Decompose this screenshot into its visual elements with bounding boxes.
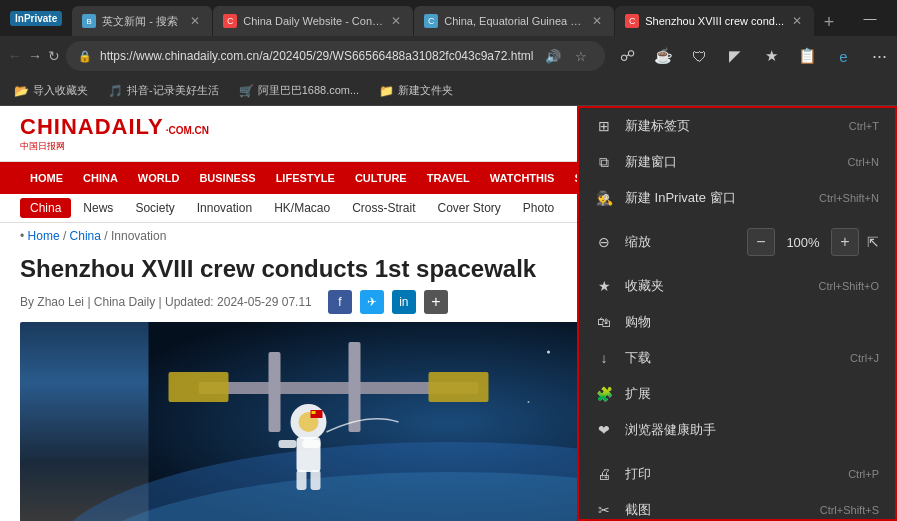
sub-nav-innovation[interactable]: Innovation [187, 198, 262, 218]
menu-new-tab[interactable]: ⊞ 新建标签页 Ctrl+T [579, 108, 895, 144]
nav-lifestyle[interactable]: LIFESTYLE [266, 162, 345, 194]
linkedin-share-button[interactable]: in [392, 290, 416, 314]
add-to-collections-button[interactable]: ☕ [647, 40, 679, 72]
new-tab-icon: ⊞ [595, 117, 613, 135]
menu-inprivate-label: 新建 InPrivate 窗口 [625, 189, 807, 207]
tab-title-2: China Daily Website - Conn... [243, 15, 383, 27]
nav-culture[interactable]: CULTURE [345, 162, 417, 194]
favorites-button[interactable]: ★ [755, 40, 787, 72]
tab-close-3[interactable]: ✕ [590, 12, 604, 30]
sub-nav-society[interactable]: Society [125, 198, 184, 218]
tab-1[interactable]: B 英文新闻 - 搜索 ✕ [72, 6, 212, 36]
tab-bar: B 英文新闻 - 搜索 ✕ C China Daily Website - Co… [72, 0, 843, 36]
nav-watchthis[interactable]: WATCHTHIS [480, 162, 565, 194]
favorites-star-button[interactable]: ☆ [569, 44, 593, 68]
sub-nav-photo[interactable]: Photo [513, 198, 564, 218]
split-screen-button[interactable]: ◤ [719, 40, 751, 72]
logo-dotcom: ·COM.CN [166, 125, 209, 136]
browser-essentials-button[interactable]: 🛡 [683, 40, 715, 72]
collections-button[interactable]: 📋 [791, 40, 823, 72]
url-actions: 🔊 ☆ [541, 44, 593, 68]
sub-nav-china[interactable]: China [20, 198, 71, 218]
tab-favicon-4: C [625, 14, 639, 28]
sub-nav-news[interactable]: News [73, 198, 123, 218]
tab-3[interactable]: C China, Equatorial Guinea el... ✕ [414, 6, 614, 36]
menu-new-inprivate[interactable]: 🕵 新建 InPrivate 窗口 Ctrl+Shift+N [579, 180, 895, 216]
nav-home[interactable]: HOME [20, 162, 73, 194]
url-bar[interactable]: 🔒 https://www.chinadaily.com.cn/a/202405… [66, 41, 605, 71]
menu-new-window[interactable]: ⧉ 新建窗口 Ctrl+N [579, 144, 895, 180]
tab-close-4[interactable]: ✕ [790, 12, 804, 30]
bookmark-folder[interactable]: 📁 新建文件夹 [373, 81, 459, 100]
menu-screenshot-label: 截图 [625, 501, 808, 519]
forward-button[interactable]: → [28, 40, 42, 72]
breadcrumb-section: Innovation [111, 229, 166, 243]
menu-new-window-shortcut: Ctrl+N [848, 156, 879, 168]
dropdown-menu: ⊞ 新建标签页 Ctrl+T ⧉ 新建窗口 Ctrl+N 🕵 新建 InPriv… [577, 106, 897, 521]
zoom-icon: ⊖ [595, 233, 613, 251]
breadcrumb-home[interactable]: Home [28, 229, 60, 243]
bookmark-alibaba-label: 阿里巴巴1688.com... [258, 83, 359, 98]
more-share-button[interactable]: + [424, 290, 448, 314]
sub-nav-coverstory[interactable]: Cover Story [428, 198, 511, 218]
reader-mode-button[interactable]: ☍ [611, 40, 643, 72]
svg-rect-12 [297, 470, 307, 490]
nav-business[interactable]: BUSINESS [189, 162, 265, 194]
twitter-share-button[interactable]: ✈ [360, 290, 384, 314]
menu-downloads-shortcut: Ctrl+J [850, 352, 879, 364]
downloads-icon: ↓ [595, 349, 613, 367]
edge-icon-button[interactable]: e [827, 40, 859, 72]
menu-favorites[interactable]: ★ 收藏夹 Ctrl+Shift+O [579, 268, 895, 304]
nav-china[interactable]: CHINA [73, 162, 128, 194]
minimize-button[interactable]: — [847, 0, 893, 36]
tab-close-1[interactable]: ✕ [188, 12, 202, 30]
tab-2[interactable]: C China Daily Website - Conn... ✕ [213, 6, 413, 36]
read-aloud-button[interactable]: 🔊 [541, 44, 565, 68]
refresh-button[interactable]: ↻ [48, 40, 60, 72]
tab-favicon-1: B [82, 14, 96, 28]
menu-screenshot[interactable]: ✂ 截图 Ctrl+Shift+S [579, 492, 895, 521]
sub-nav-hkmacao[interactable]: HK/Macao [264, 198, 340, 218]
menu-browser-health[interactable]: ❤ 浏览器健康助手 [579, 412, 895, 448]
zoom-fullscreen-button[interactable]: ⇱ [867, 234, 879, 250]
bookmarks-bar: 📂 导入收藏夹 🎵 抖音-记录美好生活 🛒 阿里巴巴1688.com... 📁 … [0, 76, 897, 106]
new-tab-button[interactable]: + [815, 8, 843, 36]
bookmark-import-icon: 📂 [14, 84, 29, 98]
page-content: CHINADAILY ·COM.CN 中国日报网 🔍 Global Editio… [0, 106, 897, 521]
bookmark-folder-label: 新建文件夹 [398, 83, 453, 98]
back-button[interactable]: ← [8, 40, 22, 72]
bookmark-alibaba-icon: 🛒 [239, 84, 254, 98]
zoom-decrease-button[interactable]: − [747, 228, 775, 256]
sub-nav-crossstrait[interactable]: Cross-Strait [342, 198, 425, 218]
extensions-icon: 🧩 [595, 385, 613, 403]
menu-new-tab-shortcut: Ctrl+T [849, 120, 879, 132]
breadcrumb-china[interactable]: China [70, 229, 101, 243]
tab-4[interactable]: C Shenzhou XVIII crew cond... ✕ [615, 6, 814, 36]
tab-close-2[interactable]: ✕ [389, 12, 403, 30]
more-options-button[interactable]: ··· [863, 40, 895, 72]
menu-shopping-label: 购物 [625, 313, 879, 331]
toolbar-right: ☍ ☕ 🛡 ◤ ★ 📋 e ··· [611, 40, 895, 72]
menu-downloads[interactable]: ↓ 下载 Ctrl+J [579, 340, 895, 376]
facebook-share-button[interactable]: f [328, 290, 352, 314]
svg-rect-5 [349, 342, 361, 432]
inprivate-badge: InPrivate [10, 11, 62, 26]
bookmark-douyin[interactable]: 🎵 抖音-记录美好生活 [102, 81, 225, 100]
nav-world[interactable]: WORLD [128, 162, 190, 194]
svg-rect-6 [169, 372, 229, 402]
inprivate-icon: 🕵 [595, 189, 613, 207]
menu-zoom-row: ⊖ 缩放 − 100% + ⇱ [579, 224, 895, 260]
logo-cn: 中国日报网 [20, 140, 65, 153]
bookmark-import[interactable]: 📂 导入收藏夹 [8, 81, 94, 100]
svg-rect-11 [303, 440, 321, 448]
bookmark-import-label: 导入收藏夹 [33, 83, 88, 98]
menu-extensions[interactable]: 🧩 扩展 [579, 376, 895, 412]
menu-downloads-label: 下载 [625, 349, 838, 367]
svg-point-21 [528, 401, 530, 403]
zoom-increase-button[interactable]: + [831, 228, 859, 256]
bookmark-alibaba[interactable]: 🛒 阿里巴巴1688.com... [233, 81, 365, 100]
menu-print[interactable]: 🖨 打印 Ctrl+P [579, 456, 895, 492]
print-icon: 🖨 [595, 465, 613, 483]
nav-travel[interactable]: TRAVEL [417, 162, 480, 194]
menu-shopping[interactable]: 🛍 购物 [579, 304, 895, 340]
